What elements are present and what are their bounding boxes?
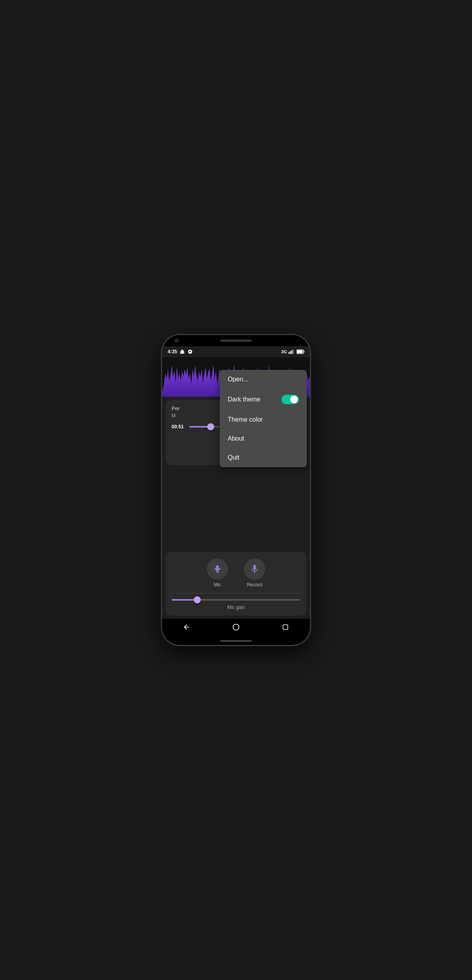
nav-home[interactable]	[228, 619, 244, 635]
current-time: 00:51	[172, 424, 185, 430]
status-time: 4:35	[168, 349, 177, 354]
nav-back[interactable]	[179, 619, 194, 635]
mic-label: Mic	[214, 582, 221, 588]
mic-circle	[207, 558, 228, 580]
phone-bottom-bar	[162, 637, 310, 645]
mic-cable-icon	[212, 564, 223, 574]
gain-row	[172, 599, 300, 601]
menu-theme-color-label: Theme color	[228, 416, 263, 423]
menu-about-label: About	[228, 435, 244, 442]
phone-frame: 4:35 3G	[161, 334, 311, 646]
gain-fill	[172, 599, 197, 601]
record-circle	[244, 558, 265, 580]
dropdown-menu: Open... Dark theme Theme color About Qui…	[220, 370, 307, 467]
phone-top-bar	[162, 335, 310, 346]
menu-quit[interactable]: Quit	[220, 448, 307, 467]
menu-dark-theme[interactable]: Dark theme	[220, 389, 307, 410]
nav-recents[interactable]	[278, 619, 293, 635]
menu-theme-color[interactable]: Theme color	[220, 410, 307, 429]
gain-label: Mic gain	[172, 605, 300, 610]
svg-rect-1	[290, 351, 291, 354]
svg-rect-3	[293, 349, 294, 354]
svg-rect-6	[297, 350, 302, 353]
record-control[interactable]: Record	[244, 558, 265, 588]
screen: 4:35 3G	[162, 346, 310, 619]
status-right: 3G	[281, 349, 304, 354]
dark-theme-toggle[interactable]	[281, 395, 299, 404]
status-bar: 4:35 3G	[162, 346, 310, 357]
record-mic-icon	[249, 564, 260, 574]
seek-thumb	[207, 423, 214, 430]
notification-icon-2	[187, 349, 193, 354]
menu-dark-theme-label: Dark theme	[228, 396, 261, 403]
signal-icon	[289, 349, 295, 354]
bottom-pill	[220, 640, 252, 642]
phone-speaker	[220, 339, 252, 342]
mic-record-row: Mic Record	[172, 558, 300, 588]
back-icon	[183, 623, 191, 631]
menu-quit-label: Quit	[228, 454, 239, 461]
spacer	[162, 468, 310, 552]
menu-open-label: Open...	[228, 376, 248, 383]
recents-icon	[282, 624, 289, 631]
divider	[172, 593, 300, 594]
battery-icon	[296, 349, 304, 354]
menu-about[interactable]: About	[220, 429, 307, 448]
svg-point-7	[233, 624, 239, 630]
nav-bar	[162, 619, 310, 637]
notification-icon-1	[179, 349, 185, 354]
record-label: Record	[247, 582, 262, 588]
status-left: 4:35	[168, 349, 193, 354]
bottom-card: Mic Record Mi	[165, 552, 307, 616]
gain-thumb	[194, 596, 201, 603]
home-icon	[232, 623, 240, 631]
menu-open[interactable]: Open...	[220, 370, 307, 389]
svg-rect-2	[291, 350, 292, 354]
seek-fill	[189, 426, 211, 428]
svg-rect-8	[283, 625, 288, 629]
mic-control[interactable]: Mic	[207, 558, 228, 588]
svg-rect-5	[304, 351, 304, 353]
gain-bar[interactable]	[172, 599, 300, 601]
status-network: 3G	[281, 349, 287, 354]
svg-rect-0	[289, 352, 289, 354]
camera-dot	[175, 339, 179, 343]
toggle-knob	[290, 396, 298, 403]
